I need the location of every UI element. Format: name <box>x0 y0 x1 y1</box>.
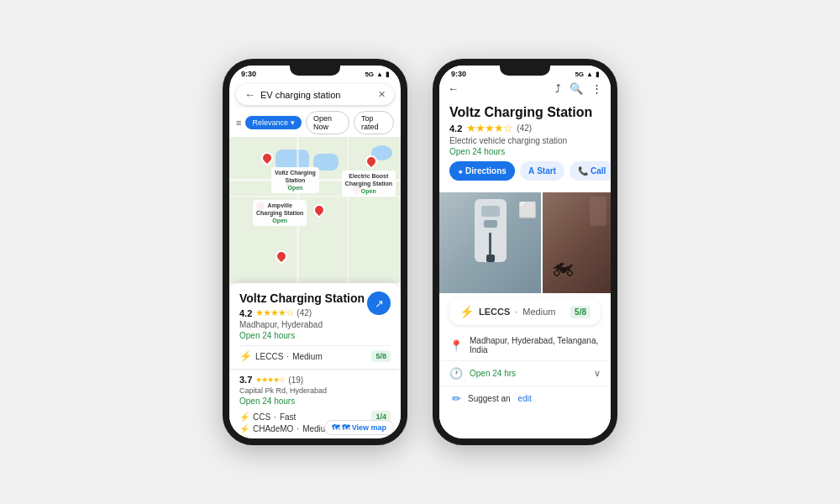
left-battery-icon: ▮ <box>386 71 389 78</box>
detail-rating-num: 4.2 <box>449 123 462 134</box>
search-bar[interactable]: ← EV charging station ✕ <box>236 84 394 105</box>
directions-icon: ↗ <box>375 297 384 310</box>
second-address: Capital Pk Rd, Hyderabad <box>239 386 391 395</box>
voltz-map-label: Voltz ChargingStationOpen <box>271 167 319 193</box>
detail-header: ← ⤴ 🔍 ⋮ <box>439 81 611 98</box>
directions-action-icon: ⬥ <box>458 166 463 176</box>
second-connector-info: ⚡ CCS · Fast <box>239 412 296 422</box>
charger-screen <box>481 206 500 217</box>
ampville-map-label: AmpvilleCharging StationOpen <box>253 200 307 226</box>
hours-expand-icon[interactable]: ∨ <box>594 368 601 379</box>
second-open-hours: Open 24 hours <box>239 396 391 406</box>
right-time: 9:30 <box>451 70 466 78</box>
connector-speed: Medium <box>292 352 323 361</box>
call-action-button[interactable]: 📞 Call <box>570 161 611 181</box>
second-connector-speed: Fast <box>280 412 296 422</box>
right-status-bar: 9:30 5G ▲ ▮ <box>439 66 611 81</box>
detail-title: Voltz Charging Station <box>449 105 601 120</box>
second-rating: 3.7 <box>239 375 252 385</box>
detail-info: Voltz Charging Station 4.2 ★★★★☆ (42) El… <box>439 98 611 192</box>
clear-search-icon[interactable]: ✕ <box>378 89 386 100</box>
map-pin-5[interactable] <box>273 248 290 265</box>
left-signal-icon: ▲ <box>376 71 383 78</box>
suggest-edit-text: Suggest an <box>468 394 511 403</box>
back-arrow-icon[interactable]: ← <box>244 88 255 101</box>
map-container[interactable]: Voltz ChargingStationOpen Electric Boost… <box>229 137 401 283</box>
detail-connector-card: ⚡ LECCS · Medium 5/8 <box>449 298 601 325</box>
detail-content: Voltz Charging Station 4.2 ★★★★☆ (42) El… <box>439 98 611 438</box>
right-network: 5G <box>575 71 584 78</box>
electric-boost-map-label: Electric BoostCharging StationOpen <box>342 171 396 197</box>
hours-list-item[interactable]: 🕐 Open 24 hrs ∨ <box>439 361 611 386</box>
photos-row[interactable]: ⬜ 🏍 <box>439 192 611 293</box>
map-background: Voltz ChargingStationOpen Electric Boost… <box>229 137 401 283</box>
second-listing[interactable]: 3.7 ★★★★☆ (19) Capital Pk Rd, Hyderabad … <box>229 369 401 438</box>
open-now-chip[interactable]: Open Now <box>306 111 349 134</box>
detail-connector-type: LECCS <box>479 307 510 317</box>
detail-rating-count: (42) <box>517 123 532 133</box>
charger-plug <box>486 255 495 262</box>
right-signal-icon: ▲ <box>586 71 593 78</box>
hours-text: Open 24 hrs <box>470 369 516 378</box>
detail-bolt-icon: ⚡ <box>459 305 474 318</box>
map-road-4 <box>347 137 349 283</box>
relevance-dropdown-icon: ▾ <box>291 118 295 127</box>
more-options-icon[interactable]: ⋮ <box>591 82 602 95</box>
rating-count: (42) <box>297 308 312 318</box>
start-action-button[interactable]: A Start <box>520 161 564 181</box>
left-phone: 9:30 5G ▲ ▮ ← EV charging station ✕ ≡ Re… <box>223 59 407 445</box>
right-battery-icon: ▮ <box>596 71 599 78</box>
detail-connector-speed: Medium <box>522 307 555 317</box>
clock-icon: 🕐 <box>449 367 463 380</box>
second-stars: ★★★★☆ <box>255 375 285 384</box>
map-pin-4[interactable] <box>311 202 328 218</box>
availability-badge: 5/8 <box>371 350 391 362</box>
second-connector-type: CCS <box>253 412 270 422</box>
card-address: Madhapur, Hyderabad <box>239 320 391 329</box>
second-rating-row: 3.7 ★★★★☆ (19) <box>239 375 391 385</box>
map-pin-1[interactable] <box>259 150 276 166</box>
motorcycle-icon: 🏍 <box>551 253 575 281</box>
card-open-hours: Open 24 hours <box>239 331 391 340</box>
filter-settings-icon[interactable]: ≡ <box>236 118 241 128</box>
suggest-edit-item[interactable]: ✏ Suggest an edit <box>439 386 611 411</box>
directions-action-button[interactable]: ⬥ Directions <box>449 161 515 181</box>
second-bolt2-icon: ⚡ <box>239 424 249 433</box>
left-network: 5G <box>365 71 374 78</box>
directions-button[interactable]: ↗ <box>367 291 391 315</box>
search-input[interactable]: EV charging station <box>260 90 373 100</box>
top-rated-chip[interactable]: Top rated <box>354 111 394 134</box>
pole-icon <box>590 197 606 226</box>
second-connector2-type: CHAdeMO <box>253 424 293 433</box>
charger-body <box>484 220 497 228</box>
map-icon: 🗺 <box>332 423 339 432</box>
bolt-icon: ⚡ <box>239 350 252 362</box>
filter-row: ≡ Relevance ▾ Open Now Top rated <box>229 108 401 137</box>
connector-row: ⚡ LECCS · Medium 5/8 <box>239 350 391 362</box>
view-map-button[interactable]: 🗺 🗺 View map <box>324 420 394 435</box>
detail-open-hours: Open 24 hours <box>449 147 601 156</box>
detail-stars: ★★★★☆ <box>466 122 512 134</box>
connector-type: LECCS <box>255 352 283 361</box>
detail-search-icon[interactable]: 🔍 <box>570 82 583 95</box>
charger-post-icon: ⬜ <box>518 201 537 219</box>
left-status-icons: 5G ▲ ▮ <box>365 71 389 78</box>
left-status-bar: 9:30 5G ▲ ▮ <box>229 66 401 81</box>
right-phone: 9:30 5G ▲ ▮ ← ⤴ 🔍 ⋮ Voltz Charging Stati… <box>433 59 617 445</box>
share-icon[interactable]: ⤴ <box>555 82 561 95</box>
phones-container: 9:30 5G ▲ ▮ ← EV charging station ✕ ≡ Re… <box>206 42 634 462</box>
edit-link[interactable]: edit <box>518 394 532 403</box>
address-list-item: 📍 Madhapur, Hyderabad, Telangana, India <box>439 330 611 361</box>
edit-icon: ✏ <box>449 392 463 405</box>
action-buttons: ⬥ Directions A Start 📞 Call 🔖 <box>449 161 601 181</box>
call-action-icon: 📞 <box>578 166 588 176</box>
charger-cable <box>489 233 491 255</box>
second-count: (19) <box>288 375 303 385</box>
detail-subtitle: Electric vehicle charging station <box>449 136 601 145</box>
connector-info: ⚡ LECCS · Medium <box>239 350 323 362</box>
photo-right: 🏍 <box>543 192 611 293</box>
detail-back-icon[interactable]: ← <box>448 82 459 95</box>
address-text: Madhapur, Hyderabad, Telangana, India <box>470 336 601 354</box>
second-bolt-icon: ⚡ <box>239 412 249 422</box>
relevance-chip[interactable]: Relevance ▾ <box>245 116 302 129</box>
